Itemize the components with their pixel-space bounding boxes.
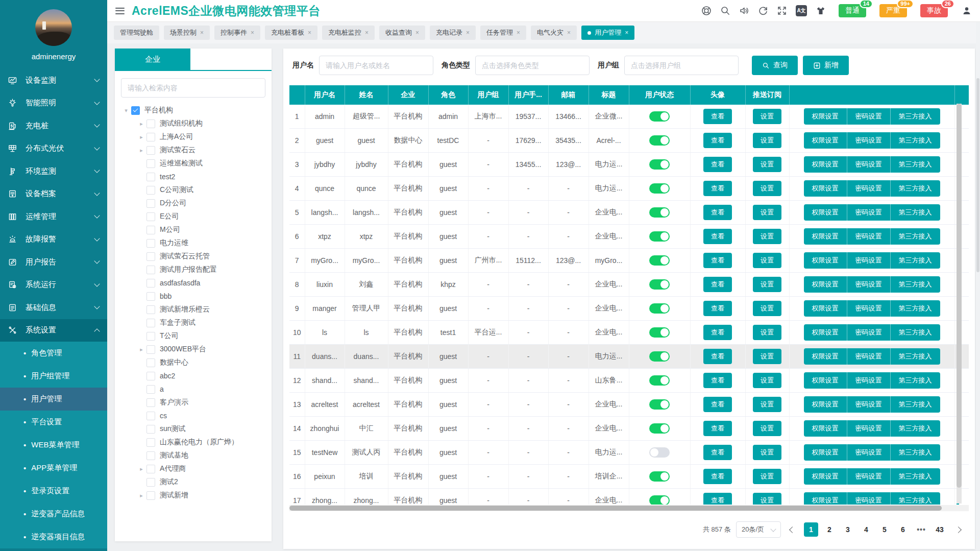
next-page-button[interactable] (955, 526, 962, 533)
tab-6[interactable]: 充电记录× (430, 26, 476, 40)
query-button[interactable]: 查询 (752, 56, 798, 75)
tree-node[interactable]: T公司 (137, 329, 272, 343)
user-icon[interactable] (962, 6, 972, 16)
sidebar-item-alarm[interactable]: 故障报警 (0, 228, 107, 251)
close-tab-icon[interactable]: × (517, 29, 520, 36)
third-party-access-button[interactable]: 第三方接入 (891, 204, 940, 221)
checkbox-unchecked[interactable] (146, 332, 155, 341)
user-status-toggle[interactable] (649, 423, 670, 434)
checkbox-unchecked[interactable] (146, 438, 155, 447)
permission-settings-button[interactable]: 权限设置 (804, 276, 847, 293)
user-status-toggle[interactable] (649, 135, 670, 146)
tab-1[interactable]: 场景控制× (164, 26, 210, 40)
permission-settings-button[interactable]: 权限设置 (804, 372, 847, 389)
tree-node[interactable]: ▸测试萤石云 (137, 143, 272, 157)
translate-icon[interactable]: A文 (796, 5, 807, 16)
avatar-view-button[interactable]: 查看 (703, 373, 732, 388)
push-subscribe-button[interactable]: 设置 (753, 133, 781, 148)
sidebar-item-charger[interactable]: 充电桩 (0, 114, 107, 137)
page-number-4[interactable]: 4 (859, 522, 873, 537)
password-settings-button[interactable]: 密码设置 (847, 444, 891, 461)
user-avatar[interactable] (35, 9, 72, 46)
user-status-toggle[interactable] (649, 255, 670, 266)
sidebar-item-ops[interactable]: 运维管理 (0, 205, 107, 228)
page-number-3[interactable]: 3 (841, 522, 855, 537)
permission-settings-button[interactable]: 权限设置 (804, 156, 847, 173)
password-settings-button[interactable]: 密码设置 (847, 228, 891, 245)
tree-node[interactable]: M公司 (137, 223, 272, 236)
page-number-6[interactable]: 6 (896, 522, 910, 537)
checkbox-unchecked[interactable] (146, 266, 155, 274)
sidebar-subitem[interactable]: 逆变器项目信息 (0, 525, 107, 548)
sidebar-item-env[interactable]: 环境监测 (0, 160, 107, 183)
third-party-access-button[interactable]: 第三方接入 (891, 108, 940, 125)
third-party-access-button[interactable]: 第三方接入 (891, 372, 940, 389)
tree-node[interactable]: ▸A代理商 (137, 462, 272, 475)
push-subscribe-button[interactable]: 设置 (753, 445, 781, 460)
tab-8[interactable]: 电气火灾× (531, 26, 577, 40)
checkbox-unchecked[interactable] (146, 133, 155, 141)
tree-node[interactable]: E公司 (137, 210, 272, 223)
push-subscribe-button[interactable]: 设置 (753, 157, 781, 172)
tree-node[interactable]: 测试用户报告配置 (137, 263, 272, 276)
checkbox-unchecked[interactable] (146, 199, 155, 208)
checkbox-unchecked[interactable] (146, 451, 155, 460)
third-party-access-button[interactable]: 第三方接入 (891, 252, 940, 269)
tab-4[interactable]: 充电桩监控× (322, 26, 375, 40)
volume-icon[interactable] (739, 6, 749, 16)
sidebar-subitem[interactable]: 逆变器产品信息 (0, 502, 107, 525)
tab-2[interactable]: 控制事件× (214, 26, 260, 40)
avatar-view-button[interactable]: 查看 (703, 493, 732, 505)
push-subscribe-button[interactable]: 设置 (753, 109, 781, 124)
close-tab-icon[interactable]: × (251, 29, 254, 36)
user-status-toggle[interactable] (649, 279, 670, 290)
user-status-toggle[interactable] (649, 111, 670, 122)
third-party-access-button[interactable]: 第三方接入 (891, 444, 940, 461)
password-settings-button[interactable]: 密码设置 (847, 132, 891, 149)
table-vertical-scrollbar[interactable] (957, 104, 962, 504)
sidebar-item-info[interactable]: 基础信息 (0, 296, 107, 319)
avatar-view-button[interactable]: 查看 (703, 469, 732, 484)
avatar-view-button[interactable]: 查看 (703, 253, 732, 268)
tree-node[interactable]: abc2 (137, 369, 272, 382)
user-status-toggle[interactable] (649, 399, 670, 410)
sidebar-item-settings[interactable]: 系统设置 (0, 319, 107, 342)
user-status-toggle[interactable] (649, 207, 670, 218)
avatar-view-button[interactable]: 查看 (703, 445, 732, 460)
caret-expanded-icon[interactable]: ▾ (122, 107, 130, 114)
third-party-access-button[interactable]: 第三方接入 (891, 324, 940, 341)
avatar-view-button[interactable]: 查看 (703, 421, 732, 436)
permission-settings-button[interactable]: 权限设置 (804, 468, 847, 485)
tab-5[interactable]: 收益查询× (379, 26, 425, 40)
checkbox-unchecked[interactable] (146, 239, 155, 248)
caret-collapsed-icon[interactable]: ▸ (137, 492, 145, 499)
tree-node-root[interactable]: ▾平台机构 (122, 104, 272, 117)
tree-node[interactable]: 测试基地 (137, 449, 272, 462)
checkbox-unchecked[interactable] (146, 186, 155, 195)
user-status-toggle[interactable] (649, 303, 670, 314)
permission-settings-button[interactable]: 权限设置 (804, 324, 847, 341)
sidebar-item-pv[interactable]: 分布式光伏 (0, 137, 107, 160)
page-number-2[interactable]: 2 (822, 522, 837, 537)
tab-3[interactable]: 充电桩看板× (265, 26, 317, 40)
checkbox-unchecked[interactable] (146, 226, 155, 234)
tab-7[interactable]: 任务管理× (480, 26, 526, 40)
password-settings-button[interactable]: 密码设置 (847, 276, 891, 293)
permission-settings-button[interactable]: 权限设置 (804, 444, 847, 461)
sidebar-subitem[interactable]: 用户管理 (0, 388, 107, 411)
alert-normal-button[interactable]: 普通14 (839, 4, 866, 17)
tree-node[interactable]: test2 (137, 170, 272, 183)
user-status-toggle[interactable] (649, 471, 670, 482)
checkbox-unchecked[interactable] (146, 385, 155, 394)
page-size-select[interactable]: 20条/页 (736, 521, 781, 538)
permission-settings-button[interactable]: 权限设置 (804, 180, 847, 197)
close-tab-icon[interactable]: × (415, 29, 419, 36)
tree-node[interactable]: 车盒子测试 (137, 316, 272, 329)
push-subscribe-button[interactable]: 设置 (753, 301, 781, 316)
tree-search-input[interactable] (121, 78, 265, 98)
third-party-access-button[interactable]: 第三方接入 (891, 276, 940, 293)
tab-active-9[interactable]: 用户管理× (581, 26, 634, 40)
page-number-43[interactable]: 43 (933, 522, 947, 537)
avatar-view-button[interactable]: 查看 (703, 181, 732, 196)
tab-0[interactable]: 管理驾驶舱 (114, 26, 159, 40)
